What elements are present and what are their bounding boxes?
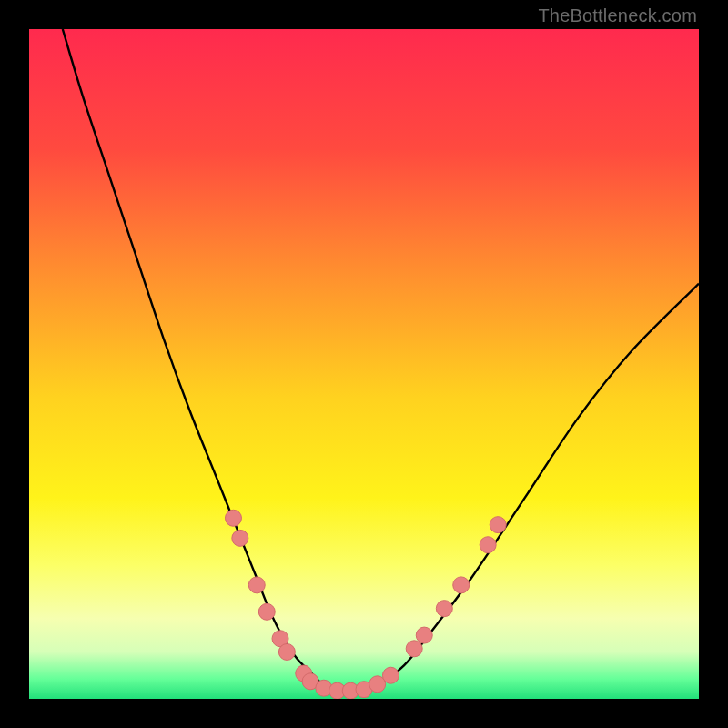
curve-layer [29, 29, 699, 699]
data-marker [416, 627, 432, 643]
data-marker [232, 530, 248, 546]
data-marker [248, 577, 265, 593]
data-markers [225, 510, 506, 699]
data-marker [258, 603, 275, 620]
data-marker [225, 510, 241, 526]
data-marker [490, 517, 506, 533]
watermark-text: TheBottleneck.com [538, 5, 697, 26]
data-marker [278, 643, 295, 660]
data-marker [453, 577, 470, 593]
data-marker [382, 667, 399, 683]
bottleneck-curve [63, 29, 699, 693]
data-marker [406, 641, 422, 657]
chart-frame: TheBottleneck.com [0, 0, 728, 728]
data-marker [436, 601, 452, 617]
data-marker [480, 537, 496, 553]
plot-area [29, 29, 699, 699]
